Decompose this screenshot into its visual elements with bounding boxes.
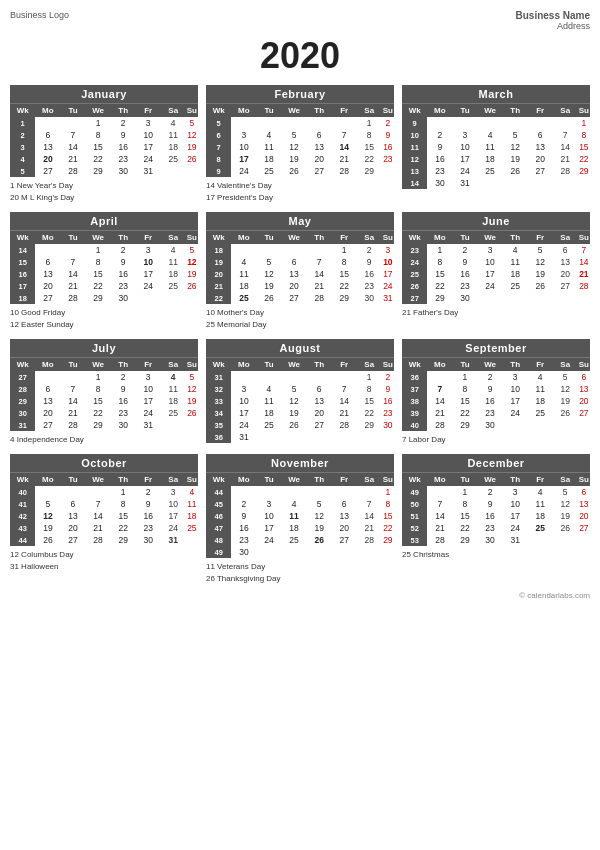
month-february: FebruaryWkMoTuWeThFrSaSu5126345678971011… (206, 85, 394, 204)
day-cell: 16 (382, 395, 394, 407)
day-cell: 30 (382, 419, 394, 431)
day-header: Tu (257, 358, 282, 372)
day-cell: 14 (427, 395, 452, 407)
day-cell: 24 (136, 280, 161, 292)
day-header: Mo (35, 231, 60, 245)
day-cell: 9 (136, 498, 161, 510)
day-cell (453, 117, 478, 129)
month-april: AprilWkMoTuWeThFrSaSu1412345156789101112… (10, 212, 198, 331)
holidays-january: 1 New Year's Day20 M L King's Day (10, 180, 198, 204)
day-cell: 28 (578, 280, 590, 292)
day-cell: 19 (257, 280, 282, 292)
day-cell (332, 371, 357, 383)
day-cell (257, 431, 282, 443)
day-cell: 29 (382, 534, 394, 546)
day-cell: 11 (281, 510, 306, 522)
holiday-item: 4 Independence Day (10, 434, 198, 446)
day-cell (231, 371, 256, 383)
day-cell: 8 (453, 383, 478, 395)
day-cell: 20 (61, 522, 86, 534)
business-address: Address (516, 21, 590, 31)
day-header: Tu (61, 104, 86, 118)
day-cell (281, 431, 306, 443)
day-header: Sa (553, 358, 578, 372)
day-cell: 5 (553, 371, 578, 383)
day-cell: 26 (503, 165, 528, 177)
day-cell: 2 (111, 117, 136, 129)
business-name: Business Name (516, 10, 590, 21)
day-header: Wk (402, 473, 427, 487)
day-cell: 25 (161, 280, 186, 292)
day-header: Fr (332, 231, 357, 245)
week-number: 32 (206, 383, 231, 395)
day-cell: 26 (553, 407, 578, 419)
day-cell: 15 (357, 141, 382, 153)
day-cell: 5 (553, 486, 578, 498)
day-cell: 1 (111, 486, 136, 498)
calendars-grid: JanuaryWkMoTuWeThFrSaSu11234526789101112… (10, 85, 590, 585)
week-number: 5 (206, 117, 231, 129)
week-number: 3 (10, 141, 35, 153)
page-header: Business Logo Business Name Address (10, 10, 590, 31)
day-cell: 7 (61, 129, 86, 141)
day-header: Mo (231, 104, 256, 118)
day-cell: 8 (382, 498, 394, 510)
day-cell: 20 (35, 153, 60, 165)
day-cell: 2 (382, 371, 394, 383)
day-cell (231, 117, 256, 129)
day-cell: 3 (503, 371, 528, 383)
day-cell (186, 534, 198, 546)
week-number: 14 (10, 244, 35, 256)
week-number: 15 (10, 256, 35, 268)
day-cell: 28 (332, 419, 357, 431)
day-cell: 30 (111, 292, 136, 304)
week-number: 10 (402, 129, 427, 141)
day-cell (528, 419, 553, 431)
day-cell (477, 117, 502, 129)
day-cell: 22 (332, 280, 357, 292)
day-cell: 30 (111, 165, 136, 177)
day-cell: 14 (427, 510, 452, 522)
day-cell: 27 (307, 419, 332, 431)
holidays-may: 10 Mother's Day25 Memorial Day (206, 307, 394, 331)
day-cell: 15 (332, 268, 357, 280)
week-number: 1 (10, 117, 35, 129)
day-cell: 22 (111, 522, 136, 534)
day-cell: 19 (186, 141, 198, 153)
day-cell (477, 292, 502, 304)
week-number: 27 (402, 292, 427, 304)
week-number: 49 (206, 546, 231, 558)
day-cell: 20 (578, 395, 590, 407)
week-number: 14 (402, 177, 427, 189)
day-cell: 14 (332, 141, 357, 153)
day-cell: 6 (35, 129, 60, 141)
day-cell: 18 (186, 510, 198, 522)
day-header: Th (111, 473, 136, 487)
day-header: Sa (553, 231, 578, 245)
day-cell: 19 (186, 268, 198, 280)
day-header: Th (307, 231, 332, 245)
month-november: NovemberWkMoTuWeThFrSaSu4414523456784691… (206, 454, 394, 585)
day-header: Sa (357, 358, 382, 372)
day-header: Fr (136, 104, 161, 118)
day-header: Wk (10, 231, 35, 245)
day-cell: 25 (281, 534, 306, 546)
day-cell: 20 (578, 510, 590, 522)
day-cell: 15 (578, 141, 590, 153)
month-january: JanuaryWkMoTuWeThFrSaSu11234526789101112… (10, 85, 198, 204)
day-cell: 30 (477, 534, 502, 546)
day-header: Wk (10, 104, 35, 118)
day-header: We (281, 358, 306, 372)
day-cell (257, 371, 282, 383)
day-cell: 21 (578, 268, 590, 280)
day-cell: 24 (503, 407, 528, 419)
day-cell: 9 (111, 383, 136, 395)
day-cell: 2 (382, 117, 394, 129)
day-cell (427, 371, 452, 383)
month-may: MayWkMoTuWeThFrSaSu181231945678910201112… (206, 212, 394, 331)
day-cell: 26 (553, 522, 578, 534)
day-header: Sa (161, 104, 186, 118)
day-cell: 25 (186, 522, 198, 534)
month-name-march: March (402, 85, 590, 104)
week-number: 48 (206, 534, 231, 546)
